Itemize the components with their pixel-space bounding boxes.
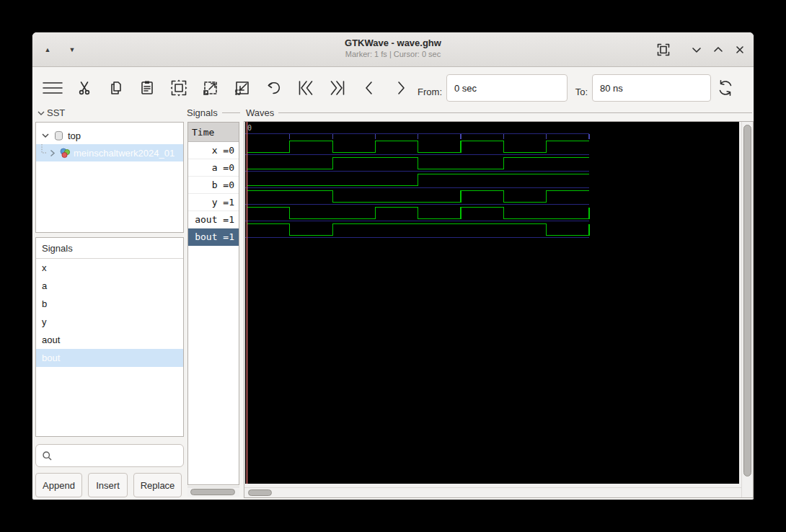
- replace-button-label: Replace: [141, 480, 175, 491]
- sst-frame-label[interactable]: SST: [37, 107, 182, 118]
- undo-button[interactable]: [262, 76, 286, 100]
- zoom-fit-icon: [169, 79, 188, 97]
- tree-item-meinschaltwerk[interactable]: meinschaltwerk2024_01: [36, 144, 183, 161]
- cut-button[interactable]: [72, 76, 97, 100]
- to-label: To:: [569, 87, 588, 97]
- gtkwave-window: ▲ ▼ GTKWave - wave.ghw Marker: 1 fs | Cu…: [32, 32, 754, 500]
- module-icon: [59, 147, 71, 159]
- signal-row-x[interactable]: x =0: [188, 142, 239, 159]
- list-item-bout[interactable]: bout: [36, 349, 183, 367]
- list-item-label: y: [42, 316, 47, 327]
- signals-hscrollbar-thumb[interactable]: [190, 489, 235, 495]
- list-item-y[interactable]: y: [36, 313, 183, 331]
- search-icon: [42, 451, 53, 461]
- from-input[interactable]: [446, 74, 568, 102]
- waves-hscrollbar-thumb[interactable]: [248, 489, 272, 496]
- window-subtitle: Marker: 1 fs | Cursor: 0 sec: [32, 49, 754, 59]
- paste-button[interactable]: [135, 76, 159, 100]
- tree-item-label: top: [68, 130, 81, 141]
- toolbar: From: To:: [32, 67, 754, 107]
- close-icon: [734, 44, 746, 56]
- list-item-a[interactable]: a: [36, 277, 183, 295]
- signal-row-label: x =0: [212, 145, 234, 156]
- list-item-x[interactable]: x: [36, 259, 183, 277]
- replace-button[interactable]: Replace: [133, 473, 182, 497]
- wave-canvas[interactable]: 0: [245, 122, 739, 484]
- minimize-button[interactable]: [689, 42, 705, 58]
- fullscreen-button[interactable]: [655, 42, 671, 58]
- copy-icon: [107, 79, 125, 97]
- reload-button[interactable]: [713, 76, 738, 100]
- list-item-b[interactable]: b: [36, 295, 183, 313]
- zoom-out-button[interactable]: [230, 76, 255, 100]
- signal-row-y[interactable]: y =1: [188, 194, 239, 211]
- chevron-right-icon[interactable]: [48, 148, 57, 158]
- signal-row-aout[interactable]: aout =1: [188, 211, 239, 229]
- signal-row-label: y =1: [212, 197, 234, 208]
- waves-vscrollbar-thumb[interactable]: [743, 125, 751, 476]
- headerbar: ▲ ▼ GTKWave - wave.ghw Marker: 1 fs | Cu…: [32, 32, 754, 67]
- waves-vscrollbar: [741, 122, 753, 497]
- waves-label: Waves: [246, 107, 274, 118]
- sst-label: SST: [47, 107, 65, 118]
- list-item-aout[interactable]: aout: [36, 331, 183, 349]
- frame-line: [222, 112, 240, 113]
- chevron-right-icon: [392, 79, 410, 97]
- svg-text:0: 0: [247, 124, 252, 132]
- signal-browser: Signals x a b y aout bout: [35, 237, 184, 437]
- signal-row-label: bout =1: [195, 231, 234, 242]
- insert-button-label: Insert: [96, 480, 120, 491]
- time-header[interactable]: Time: [188, 123, 239, 142]
- go-to-start-button[interactable]: [293, 76, 318, 100]
- search-input[interactable]: [35, 444, 184, 467]
- zoom-fit-button[interactable]: [167, 76, 191, 100]
- menu-icon: [42, 79, 63, 97]
- signal-list-header-label: Signals: [42, 243, 73, 254]
- list-item-label: a: [42, 280, 47, 291]
- zoom-in-icon: [201, 79, 220, 97]
- signal-row-label: a =0: [212, 162, 234, 173]
- window-title: GTKWave - wave.ghw: [32, 37, 754, 49]
- undo-icon: [265, 79, 283, 97]
- close-button[interactable]: [732, 42, 748, 58]
- go-to-end-button[interactable]: [325, 76, 350, 100]
- step-right-button[interactable]: [389, 76, 413, 100]
- signal-row-bout[interactable]: bout =1: [188, 229, 239, 246]
- fit-screen-icon: [657, 43, 670, 56]
- copy-button[interactable]: [104, 76, 128, 100]
- reload-icon: [715, 78, 736, 98]
- tree-item-top[interactable]: top: [36, 127, 183, 144]
- signals-frame-label: Signals: [187, 107, 240, 118]
- expander-down-icon: [37, 109, 45, 118]
- step-left-button[interactable]: [357, 76, 381, 100]
- chevron-down-icon: [691, 44, 702, 56]
- chevron-down-icon[interactable]: [40, 130, 50, 141]
- time-header-label: Time: [192, 127, 214, 138]
- to-input[interactable]: [592, 74, 711, 102]
- chevron-up-icon: [712, 44, 724, 56]
- signal-row-b[interactable]: b =0: [188, 177, 239, 194]
- chevron-left-icon: [360, 79, 379, 97]
- skip-start-icon: [296, 79, 315, 97]
- signals-hscrollbar: [187, 487, 239, 497]
- database-icon: [53, 130, 64, 141]
- menu-button[interactable]: [40, 76, 65, 100]
- waveform-svg: 0: [245, 122, 739, 484]
- from-label: From:: [410, 87, 442, 97]
- sst-tree: top meinschaltwerk2024_01: [35, 122, 184, 233]
- zoom-out-icon: [233, 79, 252, 97]
- signal-list-header[interactable]: Signals: [36, 238, 183, 259]
- append-button-label: Append: [43, 480, 75, 491]
- maximize-button[interactable]: [710, 42, 726, 58]
- tree-item-label: meinschaltwerk2024_01: [74, 148, 175, 159]
- insert-button[interactable]: Insert: [88, 473, 128, 497]
- clipboard-icon: [138, 79, 156, 97]
- titlebar-text: GTKWave - wave.ghw Marker: 1 fs | Cursor…: [32, 37, 754, 59]
- append-button[interactable]: Append: [35, 473, 82, 497]
- list-item-label: aout: [42, 334, 60, 345]
- list-item-label: x: [42, 262, 47, 273]
- zoom-in-button[interactable]: [198, 76, 223, 100]
- signal-row-a[interactable]: a =0: [188, 159, 239, 177]
- waves-frame-label: Waves: [246, 107, 752, 118]
- signals-panel: Time x =0 a =0 b =0 y =1 aout =1 bout =1: [187, 122, 239, 485]
